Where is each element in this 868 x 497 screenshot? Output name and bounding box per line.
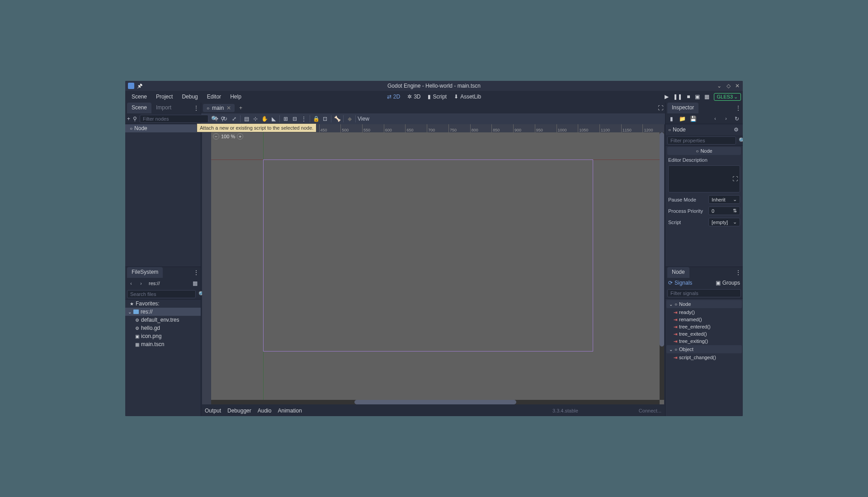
signal-item[interactable]: ⇥renamed() (665, 316, 743, 323)
tab-filesystem[interactable]: FileSystem (127, 267, 163, 278)
distraction-free-icon[interactable]: ⛶ (658, 105, 663, 111)
signal-group[interactable]: Object (666, 345, 742, 353)
zoom-out-button[interactable]: − (213, 133, 219, 140)
close-tab-icon[interactable]: ✕ (226, 105, 231, 111)
script-field[interactable]: [empty] ⌄ (708, 218, 740, 226)
scrollbar-vertical[interactable] (660, 132, 664, 400)
workspace-2d[interactable]: ⇄ 2D (384, 92, 403, 102)
menu-editor[interactable]: Editor (203, 91, 226, 103)
minimize-icon[interactable]: ⌄ (717, 83, 722, 89)
fs-menu-icon[interactable] (193, 269, 199, 276)
save-resource-icon[interactable]: 💾 (689, 115, 697, 123)
history-icon[interactable]: ↻ (733, 115, 741, 123)
signal-item[interactable]: ⇥tree_exited() (665, 330, 743, 338)
history-back-icon[interactable] (711, 115, 719, 123)
pin-icon[interactable] (137, 83, 142, 89)
workspace-script[interactable]: ▮ Script (425, 92, 449, 102)
signal-item[interactable]: ⇥script_changed() (665, 354, 743, 361)
load-resource-icon[interactable]: 📁 (678, 115, 686, 123)
history-forward-icon[interactable] (722, 115, 730, 123)
lock-icon[interactable]: 🔒 (312, 115, 320, 123)
fs-root-folder[interactable]: res:// (125, 308, 201, 316)
scrollbar-horizontal[interactable] (211, 400, 660, 404)
zoom-level[interactable]: 100 % (221, 134, 235, 139)
view-menu[interactable]: View (358, 115, 369, 123)
filter-properties-input[interactable] (667, 136, 736, 145)
expand-icon[interactable] (669, 301, 673, 307)
fs-file[interactable]: ⚙default_env.tres (125, 316, 201, 324)
play-scene-button[interactable]: ▣ (695, 94, 700, 100)
group-icon[interactable]: ⊡ (321, 115, 329, 123)
key-icon[interactable]: ◆ (345, 115, 354, 123)
fs-forward-button[interactable] (137, 279, 145, 287)
inspector-menu-icon[interactable] (736, 105, 741, 111)
tab-inspector[interactable]: Inspector (667, 103, 698, 113)
editor-description-field[interactable]: ⛶ (668, 165, 740, 192)
workspace-3d[interactable]: ✲ 3D (405, 92, 423, 102)
pivot-icon[interactable]: ⊹ (251, 115, 259, 123)
connect-button[interactable]: Connect... (639, 408, 661, 413)
snap-options-icon[interactable]: ⊞ (282, 115, 290, 123)
filter-signals-input[interactable] (667, 289, 741, 297)
signal-item[interactable]: ⇥tree_entered() (665, 323, 743, 330)
attach-script-button[interactable]: ⚲ (221, 115, 225, 123)
maximize-icon[interactable]: ◇ (726, 83, 731, 89)
fs-view-mode-icon[interactable] (191, 279, 199, 287)
bottom-animation[interactable]: Animation (278, 408, 302, 414)
instance-scene-button[interactable]: ⚲ (133, 115, 137, 123)
play-button[interactable]: ▶ (665, 94, 669, 100)
add-node-button[interactable]: + (127, 115, 130, 123)
signal-item[interactable]: ⇥tree_exiting() (665, 338, 743, 345)
stop-button[interactable]: ■ (687, 94, 690, 100)
fs-search-input[interactable] (127, 290, 196, 298)
signals-tab[interactable]: ⟳ Signals (668, 280, 692, 286)
bottom-output[interactable]: Output (205, 408, 221, 414)
renderer-selector[interactable]: GLES3 ⌄ (714, 93, 741, 101)
fs-file[interactable]: ⚙hello.gd (125, 324, 201, 332)
bottom-debugger[interactable]: Debugger (227, 408, 251, 414)
tab-scene[interactable]: Scene (127, 103, 151, 113)
search-icon[interactable]: 🔍 (211, 115, 218, 123)
pan-tool-icon[interactable]: ✋ (260, 115, 269, 123)
scene-menu-icon[interactable] (193, 105, 199, 111)
pause-mode-dropdown[interactable]: Inherit ⌄ (708, 195, 740, 204)
tab-import[interactable]: Import (151, 103, 176, 113)
ruler-tool-icon[interactable]: ◣ (269, 115, 278, 123)
menu-project[interactable]: Project (151, 91, 177, 103)
expand-icon[interactable] (128, 309, 132, 315)
favorites-header[interactable]: Favorites: (125, 300, 201, 308)
expand-icon[interactable] (669, 347, 673, 352)
tab-node[interactable]: Node (667, 267, 689, 278)
settings-icon[interactable]: ⚙ (732, 126, 740, 134)
fs-file[interactable]: ▣icon.png (125, 332, 201, 340)
node-menu-icon[interactable] (736, 269, 741, 276)
workspace-assetlib[interactable]: ⬇ AssetLib (451, 92, 484, 102)
signal-group[interactable]: Node (666, 300, 742, 308)
expand-icon[interactable]: ⛶ (732, 176, 738, 182)
menu-help[interactable]: Help (226, 91, 246, 103)
pause-button[interactable]: ❚❚ (673, 94, 682, 100)
fs-path[interactable]: res:// (147, 281, 189, 286)
menu-scene[interactable]: Scene (127, 91, 151, 103)
snap-menu-icon[interactable] (300, 115, 308, 123)
scene-root-node[interactable]: Node (125, 124, 201, 132)
smart-snap-icon[interactable]: ⊟ (291, 115, 299, 123)
new-tab-button[interactable]: + (236, 105, 245, 111)
zoom-in-button[interactable]: + (237, 133, 243, 140)
fs-file[interactable]: ▦main.tscn (125, 340, 201, 348)
close-icon[interactable]: ✕ (735, 83, 740, 89)
signal-item[interactable]: ⇥ready() (665, 309, 743, 316)
scene-tab-main[interactable]: main ✕ (203, 104, 235, 112)
menu-debug[interactable]: Debug (177, 91, 202, 103)
canvas-viewport[interactable]: 2002503003504004505005506006507007508008… (202, 124, 664, 404)
bottom-audio[interactable]: Audio (258, 408, 272, 414)
new-resource-icon[interactable]: ▮ (667, 115, 675, 123)
bone-icon[interactable]: 🦴 (333, 115, 341, 123)
scale-tool-icon[interactable]: ⤢ (230, 115, 238, 123)
list-select-icon[interactable]: ▤ (242, 115, 250, 123)
inspector-section-node[interactable]: Node (667, 147, 741, 155)
groups-tab[interactable]: ▣ Groups (716, 280, 740, 286)
fs-back-button[interactable] (127, 279, 135, 287)
filter-nodes-input[interactable] (140, 115, 208, 123)
search-icon[interactable]: 🔍 (739, 136, 743, 145)
